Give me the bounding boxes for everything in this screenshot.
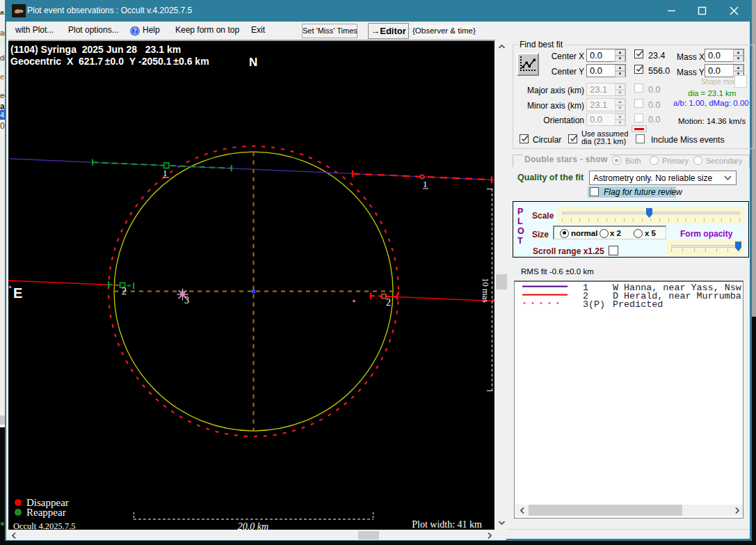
svg-text:Plot width: 41 km: Plot width: 41 km [412,519,482,530]
svg-text:N: N [249,56,257,69]
svg-text:?: ? [134,27,137,35]
svg-text:Predicted: Predicted [613,299,663,310]
svg-text:10 mas: 10 mas [481,278,490,303]
svg-text:1: 1 [423,179,428,189]
svg-text:Occult 4.2025.7.5: Occult 4.2025.7.5 [13,521,76,530]
svg-text:1: 1 [163,168,168,178]
svg-text:Reappear: Reappear [26,507,66,518]
svg-text:E: E [13,285,22,301]
svg-text:(1104) Syringa 2025 Jun 28: (1104) Syringa 2025 Jun 28 23.1 km [10,44,181,55]
svg-text:20.0 km: 20.0 km [238,521,268,530]
svg-text:2: 2 [122,286,127,297]
svg-text:2: 2 [386,297,391,308]
svg-text:3(P): 3(P) [583,299,605,310]
svg-text:Geocentric X 621.7 ±0.0 Y -: Geocentric X 621.7 ±0.0 Y -2050.1 ±0.6 k… [10,56,209,67]
svg-text:3: 3 [184,295,189,306]
